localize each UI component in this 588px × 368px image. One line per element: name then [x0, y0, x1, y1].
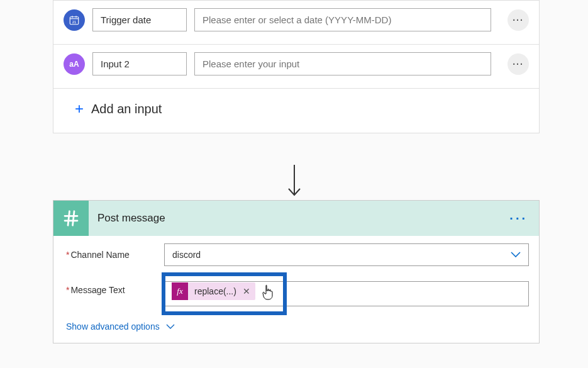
action-title: Post message [89, 212, 509, 225]
channel-name-row: *Channel Name discord [53, 236, 539, 270]
channel-value: discord [172, 250, 201, 260]
trigger-input-row: aA ··· [53, 45, 539, 89]
plus-icon: + [75, 100, 84, 118]
slack-hash-icon [53, 201, 89, 236]
channel-name-label: *Channel Name [64, 250, 164, 260]
input-value-field[interactable] [194, 52, 491, 75]
action-card: Post message ··· *Channel Name discord *… [53, 200, 540, 343]
action-header[interactable]: Post message ··· [53, 201, 539, 236]
text-icon: aA [64, 53, 85, 75]
input-more-button[interactable]: ··· [508, 53, 529, 75]
flow-arrow-icon [285, 165, 304, 199]
token-remove-button[interactable]: ✕ [243, 286, 255, 296]
chevron-down-icon [511, 250, 521, 260]
expression-token[interactable]: fx replace(...) ✕ [172, 282, 255, 300]
chevron-down-icon [166, 324, 175, 329]
action-more-button[interactable]: ··· [509, 211, 528, 226]
message-text-label: *Message Text [64, 281, 164, 295]
message-text-row: *Message Text fx replace(...) ✕ [53, 270, 539, 310]
token-text: replace(...) [188, 286, 243, 296]
trigger-input-row: 21 ··· [53, 1, 539, 45]
input-value-field[interactable] [194, 8, 491, 31]
advanced-options-label: Show advanced options [66, 321, 160, 332]
input-name-field[interactable] [92, 52, 187, 75]
input-name-field[interactable] [92, 8, 187, 31]
svg-text:21: 21 [72, 20, 77, 23]
input-more-button[interactable]: ··· [508, 9, 529, 31]
trigger-card: 21 ··· aA ··· + Add an input [53, 0, 540, 133]
channel-select[interactable]: discord [164, 243, 529, 266]
fx-icon: fx [172, 282, 188, 300]
show-advanced-options[interactable]: Show advanced options [53, 310, 539, 343]
add-input-button[interactable]: + Add an input [53, 89, 539, 118]
highlight-box: fx replace(...) ✕ [162, 272, 287, 315]
add-input-label: Add an input [91, 102, 162, 116]
calendar-icon: 21 [64, 9, 85, 31]
